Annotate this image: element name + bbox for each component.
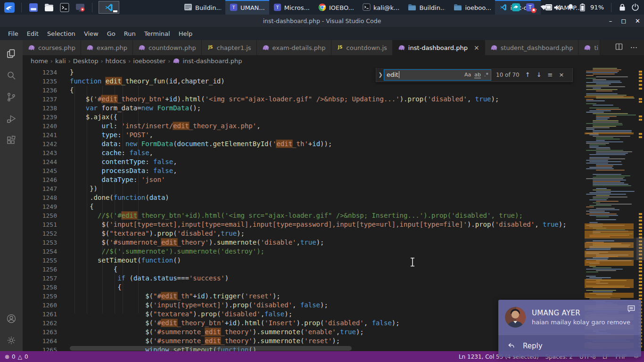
split-editor-icon[interactable] [615, 43, 623, 52]
run-debug-icon[interactable] [0, 108, 23, 130]
terminal-launcher-icon[interactable] [59, 2, 70, 13]
minimap-code-row [586, 168, 614, 169]
whole-word-icon[interactable]: ab [474, 72, 481, 78]
maximize-button[interactable]: ◻ [621, 17, 626, 25]
menu-edit[interactable]: Edit [23, 29, 43, 39]
code-line-1240[interactable]: 1240 url: 'inst/insert/edit_theory_ajax.… [23, 122, 585, 131]
tab-chapter1-js[interactable]: JSchapter1.js [202, 40, 257, 55]
taskbar-window-button[interactable]: TUMAN... [225, 0, 269, 15]
breadcrumb-item[interactable]: htdocs [106, 58, 126, 65]
minimize-button[interactable]: – [609, 17, 612, 25]
volume-icon[interactable] [553, 3, 561, 12]
previous-match-icon[interactable]: ↑ [525, 71, 530, 78]
folder-launcher-icon[interactable] [43, 2, 55, 13]
tab-inst-dashboard-php[interactable]: inst-dashboard.php× [393, 40, 485, 55]
menu-file[interactable]: File [4, 29, 23, 39]
tab-exam-details-php[interactable]: exam-details.php [257, 40, 331, 55]
vertical-scrollbar[interactable] [636, 238, 644, 260]
notification-message: haian mailay kolay garo remove [532, 319, 630, 326]
breadcrumb-item[interactable]: kali [55, 58, 66, 65]
code-line-1251[interactable]: 1251 $('input[type=text],input[type=emai… [23, 220, 585, 229]
code-line-1247[interactable]: 1247 }) [23, 184, 585, 193]
close-button[interactable]: ✕ [635, 17, 640, 25]
code-line-1236[interactable]: 1236{ [23, 86, 585, 95]
errors-icon[interactable]: ⊗ [5, 354, 9, 360]
code-line-1244[interactable]: 1244 contentType: false, [23, 157, 585, 166]
code-line-1242[interactable]: 1242 data: new FormData(document.getElem… [23, 140, 585, 148]
screenshare-tray-icon[interactable] [512, 3, 520, 12]
network-icon[interactable] [540, 3, 548, 11]
tab-exam-php[interactable]: exam.php [81, 40, 133, 55]
code-line-1250[interactable]: 1250 //$('#edit_theory_btn'+id).html('<i… [23, 211, 585, 220]
code-line-1255[interactable]: 1255 setTimeout(function() [23, 256, 585, 265]
menu-terminal[interactable]: Terminal [140, 29, 174, 39]
breadcrumb-item[interactable]: ioebooster [133, 58, 165, 65]
warnings-count[interactable]: 0 [25, 354, 28, 360]
power-session-icon[interactable] [631, 3, 639, 11]
explorer-icon[interactable] [0, 43, 23, 65]
taskbar-window-button[interactable]: TMicros... [269, 0, 314, 15]
breadcrumb-file[interactable]: inst-dashboard.php [173, 57, 242, 65]
tab-countdown-php[interactable]: countdown.php [133, 40, 202, 55]
screen-recorder-icon[interactable] [74, 2, 86, 13]
taskbar-window-button[interactable]: IOEBO... [314, 0, 358, 15]
tab-ti[interactable]: ti [578, 40, 600, 55]
kali-menu-icon[interactable] [4, 2, 15, 13]
indent-guide [123, 86, 123, 313]
notifications-bell-icon[interactable] [567, 3, 575, 11]
taskbar-window-button[interactable]: Buildin... [180, 0, 225, 15]
toggle-replace-icon[interactable]: ❯ [377, 72, 384, 78]
close-find-icon[interactable]: × [559, 71, 564, 78]
code-line-1249[interactable]: 1249 { [23, 202, 585, 211]
vscode-launcher[interactable] [99, 1, 119, 14]
search-icon[interactable] [0, 65, 23, 86]
teams-notification[interactable]: UMANG AYER haian mailay kolay garo remov… [498, 300, 641, 357]
code-line-1256[interactable]: 1256 { [23, 265, 585, 274]
accounts-icon[interactable] [0, 308, 23, 329]
taskbar-window-button[interactable]: ioeboo... [449, 0, 495, 15]
file-manager-icon[interactable] [28, 2, 39, 13]
extensions-icon[interactable] [0, 130, 23, 151]
code-line-1252[interactable]: 1252 $("textarea").prop('disabled',true)… [23, 229, 585, 238]
code-line-1248[interactable]: 1248 .done(function(data) [23, 193, 585, 202]
taskbar-window-button[interactable]: Buildin... [404, 0, 449, 15]
taskbar-window-button[interactable]: kali@k... [358, 0, 404, 15]
next-match-icon[interactable]: ↓ [537, 71, 542, 78]
menu-run[interactable]: Run [120, 29, 140, 39]
breadcrumb-item[interactable]: home [31, 58, 48, 65]
code-line-1239[interactable]: 1239 $.ajax({ [23, 113, 585, 122]
teams-tray-icon[interactable]: T [526, 3, 535, 12]
code-line-1238[interactable]: 1238 var form_data=new FormData(); [23, 104, 585, 113]
settings-gear-icon[interactable] [0, 329, 23, 351]
code-line-1245[interactable]: 1245 processData: false, [23, 166, 585, 175]
code-line-1246[interactable]: 1246 dataType: 'json' [23, 175, 585, 184]
code-line-1237[interactable]: 1237 $('#edit_theory_btn'+id).html('<img… [23, 95, 585, 104]
code-line-1243[interactable]: 1243 cache: false, [23, 148, 585, 157]
find-in-selection-icon[interactable]: ≡ [548, 71, 553, 78]
regex-icon[interactable]: .* [484, 72, 488, 78]
tab-countdown-js[interactable]: JScountdown.js [331, 40, 393, 55]
close-tab-icon[interactable]: × [474, 44, 479, 51]
code-line-1257[interactable]: 1257 if (data.status==='success') [23, 274, 585, 283]
find-input[interactable]: edit Aa ab .* [384, 69, 491, 81]
menu-help[interactable]: Help [174, 29, 197, 39]
code-line-1258[interactable]: 1258 { [23, 283, 585, 292]
lock-screen-icon[interactable] [619, 3, 626, 11]
breadcrumb-item[interactable]: Desktop [73, 58, 99, 65]
code-line-1254[interactable]: 1254 //$('.summernote').summernote('dest… [23, 247, 585, 256]
match-case-icon[interactable]: Aa [464, 72, 471, 78]
warnings-icon[interactable]: △ [18, 354, 22, 360]
tab-courses-php[interactable]: courses.php [23, 40, 81, 55]
errors-count[interactable]: 0 [12, 354, 16, 360]
more-actions-icon[interactable]: ··· [630, 43, 637, 52]
source-control-icon[interactable] [0, 86, 23, 108]
battery-icon[interactable] [580, 3, 585, 11]
menu-view[interactable]: View [80, 29, 103, 39]
tab-student_dashboard-php[interactable]: student_dashboard.php [485, 40, 579, 55]
code-line-1253[interactable]: 1253 $('#summernote_edit_theory').summer… [23, 238, 585, 247]
menu-go[interactable]: Go [103, 29, 120, 39]
menu-selection[interactable]: Selection [43, 29, 80, 39]
code-line-1241[interactable]: 1241 type: 'POST', [23, 131, 585, 140]
horizontal-scrollbar[interactable] [70, 346, 352, 351]
reply-button[interactable]: Reply [498, 335, 641, 357]
